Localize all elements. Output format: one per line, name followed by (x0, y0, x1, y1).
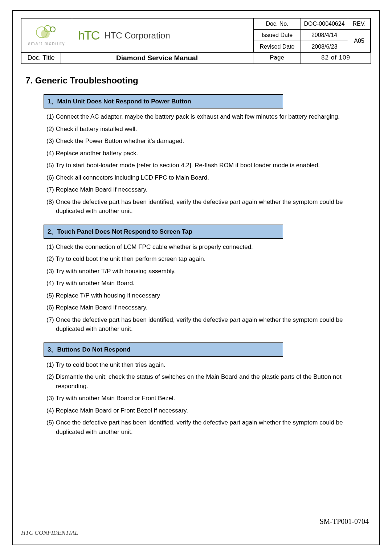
step-item: (7) Once the defective part has been ide… (46, 315, 367, 334)
step-item: (3) Try with another T/P with housing as… (46, 267, 367, 276)
htc-wordmark-icon: hTC (78, 28, 99, 42)
page-value: 82 of 109 (301, 53, 371, 63)
doc-title-value: Diamond Service Manual (61, 53, 253, 63)
htc-smart-mobility-icon (36, 25, 58, 40)
company-name: HTC Corporation (104, 30, 170, 41)
step-item: (4) Replace another battery pack. (46, 149, 367, 158)
steps-list: (1) Connect the AC adapter, maybe the ba… (44, 108, 367, 220)
footer-confidential: HTC CONFIDENTIAL (21, 529, 78, 537)
troubleshooting-block: 3、Buttons Do Not Respond(1) Try to cold … (44, 342, 367, 441)
header: smart mobility hTC HTC Corporation Doc. … (21, 18, 371, 53)
content: 7. Generic Troubleshooting 1、Main Unit D… (21, 64, 371, 441)
rev-label: REV. (348, 19, 371, 30)
doc-title-label: Doc. Title (21, 53, 61, 63)
steps-list: (1) Check the connection of LCM FPC cabl… (44, 239, 367, 338)
step-item: (7) Replace Main Board if necessary. (46, 185, 367, 194)
step-item: (2) Try to cold boot the unit then perfo… (46, 254, 367, 264)
step-item: (1) Check the connection of LCM FPC cabl… (46, 242, 367, 252)
step-item: (8) Once the defective part has been ide… (46, 197, 367, 216)
step-item: (4) Replace Main Board or Front Bezel if… (46, 406, 367, 415)
doc-no-label: Doc. No. (254, 19, 301, 30)
page-frame: smart mobility hTC HTC Corporation Doc. … (12, 10, 380, 545)
block-header: 2、Touch Panel Does Not Respond to Screen… (44, 225, 283, 239)
section-heading: 7. Generic Troubleshooting (25, 75, 367, 86)
step-item: (3) Try with another Main Board or Front… (46, 394, 367, 403)
brand-cell: hTC HTC Corporation (72, 19, 253, 52)
step-item: (5) Once the defective part has been ide… (46, 418, 367, 436)
logo-cell: smart mobility (21, 19, 72, 52)
revised-date-label: Revised Date (254, 41, 301, 52)
footer-form-code: SM-TP001-0704 (319, 517, 369, 526)
troubleshooting-block: 1、Main Unit Does Not Respond to Power Bu… (44, 94, 367, 220)
step-item: (5) Replace T/P with housing if necessar… (46, 291, 367, 300)
step-item: (2) Dismantle the unit; check the status… (46, 372, 367, 391)
block-header: 3、Buttons Do Not Respond (44, 342, 283, 357)
blocks-container: 1、Main Unit Does Not Respond to Power Bu… (25, 94, 367, 441)
steps-list: (1) Try to cold boot the unit then tries… (44, 357, 367, 441)
step-item: (2) Check if battery installed well. (46, 124, 367, 134)
doc-no-value: DOC-00040624 (301, 19, 348, 30)
issued-date-label: Issued Date (254, 30, 301, 41)
page: smart mobility hTC HTC Corporation Doc. … (0, 0, 392, 554)
tagline: smart mobility (28, 41, 65, 46)
rev-value: A05 (348, 30, 371, 52)
issued-date-value: 2008/4/14 (301, 30, 348, 41)
step-item: (1) Connect the AC adapter, maybe the ba… (46, 112, 367, 122)
troubleshooting-block: 2、Touch Panel Does Not Respond to Screen… (44, 225, 367, 338)
step-item: (4) Try with another Main Board. (46, 279, 367, 288)
step-item: (6) Check all connectors including LCD F… (46, 173, 367, 182)
step-item: (6) Replace Main Board if necessary. (46, 303, 367, 312)
block-header: 1、Main Unit Does Not Respond to Power Bu… (44, 94, 283, 108)
step-item: (3) Check the Power Button whether it's … (46, 136, 367, 146)
title-row: Doc. Title Diamond Service Manual Page 8… (21, 53, 371, 64)
step-item: (5) Try to start boot-loader mode [refer… (46, 161, 367, 170)
page-label: Page (253, 53, 301, 63)
meta-table: Doc. No. DOC-00040624 REV. Issued Date 2… (253, 19, 371, 52)
revised-date-value: 2008/6/23 (301, 41, 348, 52)
step-item: (1) Try to cold boot the unit then tries… (46, 360, 367, 370)
